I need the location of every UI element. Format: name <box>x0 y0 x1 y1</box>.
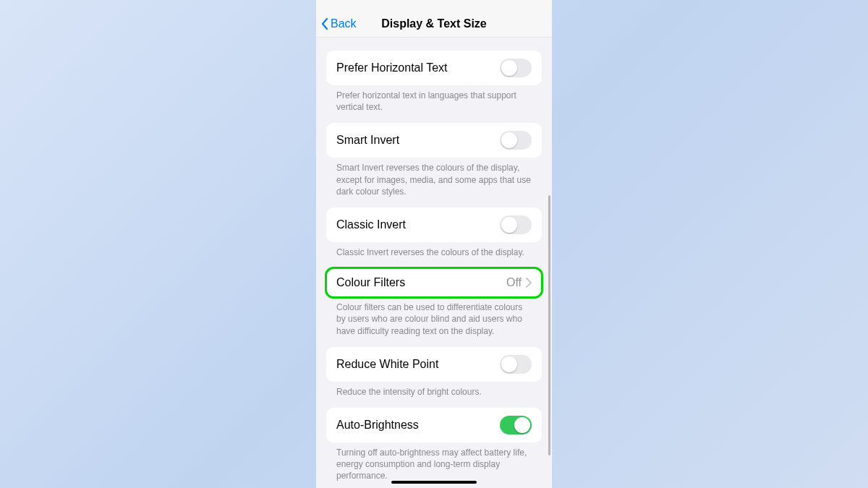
toggle-smart-invert[interactable] <box>500 131 532 150</box>
row-classic-invert[interactable]: Classic Invert <box>326 207 542 242</box>
desc-prefer-horizontal: Prefer horizontal text in languages that… <box>316 85 552 113</box>
chevron-right-icon <box>526 278 532 288</box>
row-prefer-horizontal-text[interactable]: Prefer Horizontal Text <box>326 51 542 85</box>
section-smart-invert: Smart Invert Smart Invert reverses the c… <box>316 123 552 197</box>
row-label: Prefer Horizontal Text <box>336 61 448 74</box>
toggle-reduce-white-point[interactable] <box>500 355 532 374</box>
toggle-auto-brightness[interactable] <box>500 416 532 435</box>
desc-reduce-white-point: Reduce the intensity of bright colours. <box>316 382 552 398</box>
row-value: Off <box>506 276 522 289</box>
row-auto-brightness[interactable]: Auto-Brightness <box>326 408 542 442</box>
status-bar <box>316 0 552 10</box>
settings-content: Prefer Horizontal Text Prefer horizontal… <box>316 38 552 488</box>
row-colour-filters[interactable]: Colour Filters Off <box>326 268 542 297</box>
row-label: Classic Invert <box>336 218 406 231</box>
scroll-indicator <box>548 195 550 455</box>
row-smart-invert[interactable]: Smart Invert <box>326 123 542 158</box>
desc-classic-invert: Classic Invert reverses the colours of t… <box>316 242 552 258</box>
back-button[interactable]: Back <box>316 17 357 30</box>
row-label: Smart Invert <box>336 134 399 147</box>
toggle-classic-invert[interactable] <box>500 215 532 234</box>
nav-bar: Back Display & Text Size <box>316 10 552 38</box>
toggle-prefer-horizontal[interactable] <box>500 59 532 77</box>
desc-smart-invert: Smart Invert reverses the colours of the… <box>316 158 552 197</box>
back-label: Back <box>331 17 357 30</box>
row-label: Auto-Brightness <box>336 419 419 432</box>
section-auto-brightness: Auto-Brightness Turning off auto-brightn… <box>316 408 552 482</box>
row-reduce-white-point[interactable]: Reduce White Point <box>326 347 542 382</box>
section-classic-invert: Classic Invert Classic Invert reverses t… <box>316 207 552 258</box>
home-indicator <box>391 481 477 484</box>
desc-auto-brightness: Turning off auto-brightness may affect b… <box>316 442 552 482</box>
section-reduce-white-point: Reduce White Point Reduce the intensity … <box>316 347 552 398</box>
section-prefer-horizontal: Prefer Horizontal Text Prefer horizontal… <box>316 51 552 113</box>
row-label: Colour Filters <box>336 276 405 289</box>
phone-frame: Back Display & Text Size Prefer Horizont… <box>316 0 552 488</box>
row-label: Reduce White Point <box>336 358 438 371</box>
desc-colour-filters: Colour filters can be used to differenti… <box>316 297 552 337</box>
chevron-left-icon <box>320 17 329 30</box>
row-right: Off <box>506 276 532 289</box>
section-colour-filters: Colour Filters Off Colour filters can be… <box>316 268 552 337</box>
